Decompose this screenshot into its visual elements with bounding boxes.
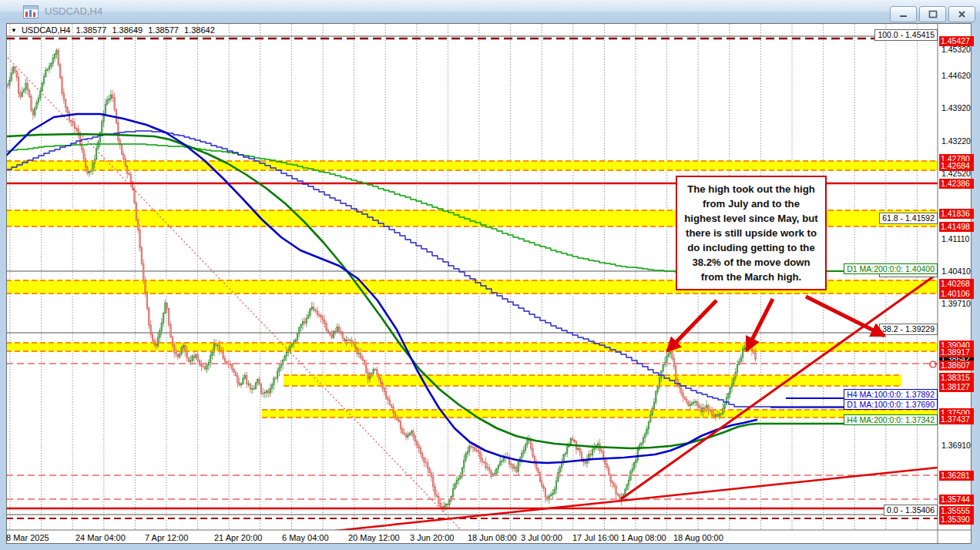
price-level-tag: 1.45427	[939, 36, 974, 46]
ohlc-close: 1.38642	[184, 25, 215, 35]
price-level-tag: 1.41498	[939, 222, 974, 232]
fib-level-label: 61.8 - 1.41592	[879, 213, 938, 224]
ohlc-symbol: USDCAD,H4	[22, 25, 71, 35]
time-axis-label: 20 May 12:00	[348, 533, 400, 542]
trendline-2[interactable]	[335, 468, 938, 531]
symbol-dropdown-arrow[interactable]: ▼	[11, 27, 17, 34]
fib-level-label: 38.2 - 1.39229	[879, 324, 938, 335]
price-chart-plot[interactable]	[0, 0, 980, 550]
time-axis-label: 17 Jul 16:00	[572, 533, 619, 542]
ohlc-low: 1.38577	[148, 25, 179, 35]
ma-value-label: H4 MA:200:0:0: 1.37342	[844, 414, 938, 425]
annotation-box[interactable]: The high took out the high from July and…	[676, 176, 827, 290]
time-axis-label: 18 Jun 08:00	[468, 533, 517, 542]
price-scale-tick: 1.40410	[941, 267, 972, 276]
time-axis-label: 18 Aug 00:00	[673, 533, 723, 542]
price-scale-tick: 1.44620	[941, 71, 972, 80]
annotation-text: The high took out the high from July and…	[684, 183, 817, 283]
time-axis-label: 1 Aug 08:00	[621, 533, 666, 542]
price-scale-tick: 1.36910	[941, 441, 972, 450]
time-axis-label: 21 Apr 20:00	[214, 533, 262, 542]
price-scale-tick: 1.41110	[941, 234, 972, 243]
time-axis-label: 24 Mar 04:00	[76, 533, 126, 542]
price-level-tag: 1.38607	[939, 361, 974, 371]
ma-value-label: H4 MA:100:0:0: 1.37892	[844, 389, 938, 400]
price-scale-tick: 1.39710	[941, 299, 972, 308]
fib-level-label: 100.0 - 1.45415	[874, 29, 938, 41]
price-scale-tick: 1.43220	[941, 136, 972, 146]
price-level-tag: 1.38917	[939, 347, 974, 357]
price-level-tag: 1.36281	[939, 471, 974, 481]
price-level-tag: 1.42684	[939, 161, 974, 171]
time-axis-label: 6 May 04:00	[282, 533, 329, 542]
price-level-tag: 1.42386	[939, 179, 974, 189]
time-axis-label: 7 Apr 12:00	[145, 533, 188, 542]
price-level-tag: 1.35390	[939, 515, 974, 525]
price-level-tag: 1.37437	[939, 414, 974, 424]
ohlc-open: 1.38577	[76, 25, 107, 35]
price-level-tag: 1.35744	[939, 495, 974, 505]
ohlc-high: 1.38649	[112, 25, 143, 35]
ohlc-header: ▼USDCAD,H4 1.38577 1.38649 1.38577 1.386…	[11, 25, 218, 35]
price-level-tag: 1.38127	[939, 382, 974, 392]
price-level-tag: 1.40268	[939, 279, 974, 289]
ma-value-label: D1 MA:200:0:0: 1.40400	[844, 263, 938, 274]
fib-level-label: 0.0 - 1.35406	[884, 505, 938, 516]
mt4-window: USDCAD,H4 ▼USDCAD,H4 1.38577 1.38649 1.3…	[0, 0, 980, 550]
price-level-tag: 1.40106	[939, 289, 974, 299]
ma-value-label: D1 MA:100:0:0: 1.37690	[844, 399, 938, 410]
time-axis-label: 8 Mar 2025	[6, 533, 49, 542]
price-level-tag: 1.41836	[939, 209, 974, 219]
time-axis-label: 3 Jul 00:00	[521, 533, 562, 542]
time-axis-label: 3 Jun 20:00	[410, 533, 455, 542]
plot-area	[6, 24, 980, 532]
price-scale-tick: 1.43920	[941, 103, 972, 112]
